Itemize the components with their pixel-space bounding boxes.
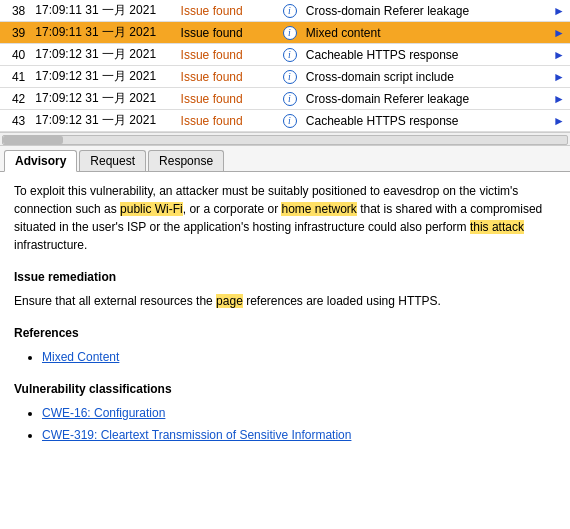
- classification-link[interactable]: CWE-319: Cleartext Transmission of Sensi…: [42, 428, 351, 442]
- row-timestamp: 17:09:12 31 一月 2021: [31, 110, 176, 132]
- table-row[interactable]: 39 17:09:11 31 一月 2021 Issue found i Mix…: [0, 22, 570, 44]
- table-row[interactable]: 43 17:09:12 31 一月 2021 Issue found i Cac…: [0, 110, 570, 132]
- row-timestamp: 17:09:12 31 一月 2021: [31, 66, 176, 88]
- horizontal-scrollbar[interactable]: [0, 132, 570, 146]
- tab-advisory[interactable]: Advisory: [4, 150, 77, 172]
- reference-link[interactable]: Mixed Content: [42, 350, 119, 364]
- issue-icon: i: [277, 66, 302, 88]
- classifications-title: Vulnerability classifications: [14, 380, 556, 398]
- row-timestamp: 17:09:11 31 一月 2021: [31, 22, 176, 44]
- remediation-text: Ensure that all external resources the p…: [14, 292, 556, 310]
- highlighted-text: public Wi-Fi: [120, 202, 183, 216]
- table-row[interactable]: 40 17:09:12 31 一月 2021 Issue found i Cac…: [0, 44, 570, 66]
- row-arrow: ►: [548, 88, 570, 110]
- classification-link[interactable]: CWE-16: Configuration: [42, 406, 165, 420]
- issue-icon: i: [277, 22, 302, 44]
- table-row[interactable]: 42 17:09:12 31 一月 2021 Issue found i Cro…: [0, 88, 570, 110]
- row-arrow: ►: [548, 0, 570, 22]
- reference-item: Mixed Content: [42, 348, 556, 366]
- table-row[interactable]: 41 17:09:12 31 一月 2021 Issue found i Cro…: [0, 66, 570, 88]
- advisory-body: To exploit this vulnerability, an attack…: [14, 182, 556, 254]
- info-icon: i: [283, 4, 297, 18]
- row-status: Issue found: [177, 44, 278, 66]
- info-icon: i: [283, 114, 297, 128]
- classification-item: CWE-319: Cleartext Transmission of Sensi…: [42, 426, 556, 444]
- row-status: Issue found: [177, 66, 278, 88]
- highlighted-text: home network: [281, 202, 356, 216]
- issue-name: Cross-domain Referer leakage: [302, 0, 548, 22]
- row-arrow: ►: [548, 22, 570, 44]
- classification-item: CWE-16: Configuration: [42, 404, 556, 422]
- row-timestamp: 17:09:12 31 一月 2021: [31, 88, 176, 110]
- issue-icon: i: [277, 0, 302, 22]
- info-icon: i: [283, 26, 297, 40]
- issue-name: Mixed content: [302, 22, 548, 44]
- issue-name: Cacheable HTTPS response: [302, 44, 548, 66]
- row-number: 43: [0, 110, 31, 132]
- row-number: 42: [0, 88, 31, 110]
- row-timestamp: 17:09:12 31 一月 2021: [31, 44, 176, 66]
- highlighted-text: page: [216, 294, 243, 308]
- row-number: 39: [0, 22, 31, 44]
- row-number: 40: [0, 44, 31, 66]
- references-title: References: [14, 324, 556, 342]
- table-row[interactable]: 38 17:09:11 31 一月 2021 Issue found i Cro…: [0, 0, 570, 22]
- info-icon: i: [283, 70, 297, 84]
- tab-request[interactable]: Request: [79, 150, 146, 171]
- row-status: Issue found: [177, 110, 278, 132]
- row-timestamp: 17:09:11 31 一月 2021: [31, 0, 176, 22]
- tab-response[interactable]: Response: [148, 150, 224, 171]
- row-status: Issue found: [177, 22, 278, 44]
- references-list: Mixed Content: [14, 348, 556, 366]
- issue-name: Cross-domain script include: [302, 66, 548, 88]
- row-arrow: ►: [548, 44, 570, 66]
- classifications-list: CWE-16: ConfigurationCWE-319: Cleartext …: [14, 404, 556, 444]
- row-status: Issue found: [177, 88, 278, 110]
- tabs-bar: AdvisoryRequestResponse: [0, 146, 570, 172]
- row-number: 41: [0, 66, 31, 88]
- issue-icon: i: [277, 44, 302, 66]
- row-number: 38: [0, 0, 31, 22]
- issues-table: 38 17:09:11 31 一月 2021 Issue found i Cro…: [0, 0, 570, 132]
- row-arrow: ►: [548, 110, 570, 132]
- highlighted-text: this attack: [470, 220, 524, 234]
- row-arrow: ►: [548, 66, 570, 88]
- remediation-title: Issue remediation: [14, 268, 556, 286]
- issue-name: Cacheable HTTPS response: [302, 110, 548, 132]
- info-icon: i: [283, 48, 297, 62]
- info-icon: i: [283, 92, 297, 106]
- issue-name: Cross-domain Referer leakage: [302, 88, 548, 110]
- advisory-panel: To exploit this vulnerability, an attack…: [0, 172, 570, 522]
- issue-icon: i: [277, 110, 302, 132]
- issue-icon: i: [277, 88, 302, 110]
- row-status: Issue found: [177, 0, 278, 22]
